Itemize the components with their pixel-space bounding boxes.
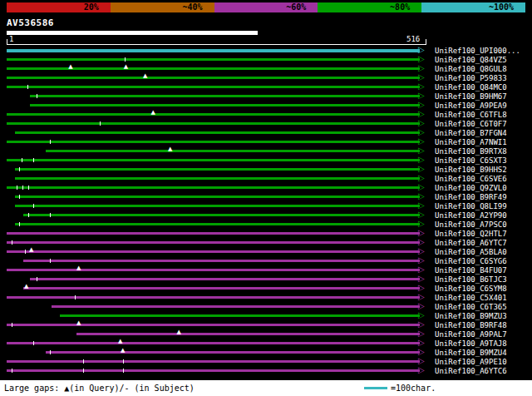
- alignment-hit-bar[interactable]: [76, 333, 420, 335]
- hit-arrow-icon: ▷: [418, 284, 425, 292]
- gap-tick: [17, 186, 17, 190]
- hit-label[interactable]: UniRef100_C6TFL8: [435, 111, 507, 119]
- hit-label[interactable]: UniRef100_Q2HTL7: [435, 230, 507, 238]
- hit-arrow-icon: ▷: [418, 92, 425, 100]
- hit-label[interactable]: UniRef100_C6SVE6: [435, 175, 507, 183]
- large-gap-triangle-icon: ▲: [76, 265, 81, 271]
- hit-label[interactable]: UniRef100_C6T365: [435, 303, 507, 311]
- gap-tick: [19, 222, 20, 226]
- hit-label[interactable]: UniRef100_A7PSC0: [435, 220, 507, 229]
- alignment-hit-bar[interactable]: [15, 196, 420, 198]
- gap-tick: [28, 186, 29, 190]
- alignment-hit-bar[interactable]: [7, 232, 420, 235]
- hit-label[interactable]: UniRef100_C6SXT3: [435, 156, 507, 165]
- hit-label[interactable]: UniRef100_A6YTC7: [435, 239, 507, 247]
- hit-arrow-icon: ▷: [418, 357, 425, 365]
- hit-label[interactable]: UniRef100_A6YTC6: [435, 367, 507, 375]
- alignment-hit-bar[interactable]: [15, 205, 420, 207]
- gap-tick: [25, 250, 26, 254]
- alignment-hit-bar[interactable]: [7, 113, 420, 116]
- hit-label[interactable]: UniRef100_A9PAL7: [435, 330, 507, 339]
- alignment-hit-bar[interactable]: [15, 168, 420, 171]
- hit-label[interactable]: UniRef100_B9RF49: [435, 193, 507, 201]
- large-gap-triangle-icon: ▲: [76, 320, 81, 326]
- alignment-hit-bar[interactable]: [7, 241, 420, 244]
- alignment-hit-bar[interactable]: [7, 324, 420, 326]
- alignment-hit-bar[interactable]: [7, 296, 420, 299]
- hit-label[interactable]: UniRef100_Q84MC0: [435, 83, 507, 92]
- alignment-hit-bar[interactable]: [7, 58, 420, 61]
- hit-label[interactable]: UniRef100_A2YP90: [435, 211, 507, 220]
- hit-label[interactable]: UniRef100_Q8LI99: [435, 202, 507, 210]
- legend-scale-line: [364, 387, 387, 389]
- hit-label[interactable]: UniRef100_A9PEA9: [435, 101, 507, 110]
- hit-label[interactable]: UniRef100_P59833: [435, 74, 507, 82]
- alignment-hit-bar[interactable]: [7, 250, 420, 253]
- alignment-hit-bar[interactable]: [23, 214, 420, 216]
- alignment-hit-bar[interactable]: [15, 177, 420, 180]
- alignment-hit-bar[interactable]: [7, 49, 420, 52]
- alignment-hit-bar[interactable]: [7, 159, 420, 161]
- large-gap-triangle-icon: ▲: [168, 146, 172, 152]
- hit-arrow-icon: ▷: [418, 46, 425, 54]
- hit-label[interactable]: UniRef100_A7NWI1: [435, 138, 507, 146]
- alignment-hit-bar[interactable]: [7, 369, 420, 372]
- alignment-hit-bar[interactable]: [7, 186, 420, 189]
- gap-tick: [37, 277, 37, 281]
- hit-label[interactable]: UniRef100_A9TAJ8: [435, 339, 507, 348]
- alignment-hit-bar[interactable]: [46, 150, 420, 152]
- alignment-hit-bar[interactable]: [23, 287, 420, 290]
- alignment-hit-bar[interactable]: [23, 260, 420, 262]
- hit-arrow-icon: ▷: [418, 101, 425, 109]
- large-gap-triangle-icon: ▲: [121, 348, 125, 354]
- gap-tick: [123, 359, 124, 364]
- hit-label[interactable]: UniRef100_Q84VZ5: [435, 56, 507, 64]
- alignment-hit-bar[interactable]: [15, 223, 420, 225]
- alignment-rows: ▷UniRef100_UPI000...▷UniRef100_Q84VZ5▷▲▲…: [0, 0, 532, 396]
- hit-label[interactable]: UniRef100_A9PE10: [435, 358, 507, 366]
- hit-label[interactable]: UniRef100_B9RTX8: [435, 147, 507, 156]
- alignment-hit-bar[interactable]: [7, 141, 420, 143]
- alignment-hit-bar[interactable]: [30, 95, 420, 97]
- hit-arrow-icon: ▷: [418, 137, 425, 146]
- hit-arrow-icon: ▷: [418, 229, 425, 237]
- alignment-overview: 20%~40%~60%~80%~100% AV536586 1 516 ▷Uni…: [0, 0, 532, 396]
- hit-label[interactable]: UniRef100_B9MZU3: [435, 312, 507, 320]
- hit-label[interactable]: UniRef100_B7FGN4: [435, 129, 507, 137]
- hit-arrow-icon: ▷: [418, 128, 425, 136]
- alignment-hit-bar[interactable]: [7, 269, 420, 271]
- hit-arrow-icon: ▷: [418, 201, 425, 210]
- hit-arrow-icon: ▷: [418, 146, 425, 155]
- hit-arrow-icon: ▷: [418, 256, 425, 265]
- hit-label[interactable]: UniRef100_Q8GUL8: [435, 65, 507, 73]
- hit-arrow-icon: ▷: [418, 293, 425, 301]
- hit-label[interactable]: UniRef100_Q9ZVL0: [435, 184, 507, 192]
- hit-label[interactable]: UniRef100_C6SYM8: [435, 285, 507, 293]
- hit-label[interactable]: UniRef100_B9MZU4: [435, 349, 507, 357]
- hit-label[interactable]: UniRef100_B9HHS2: [435, 166, 507, 174]
- alignment-hit-bar[interactable]: [30, 278, 420, 280]
- alignment-hit-bar[interactable]: [7, 77, 420, 79]
- hit-arrow-icon: ▷: [418, 320, 425, 329]
- hit-label[interactable]: UniRef100_B9HM67: [435, 92, 507, 101]
- alignment-hit-bar[interactable]: [7, 360, 420, 363]
- gap-tick: [50, 213, 51, 217]
- alignment-hit-bar[interactable]: [7, 122, 420, 125]
- hit-label[interactable]: UniRef100_B6TJC3: [435, 275, 507, 284]
- alignment-hit-bar[interactable]: [60, 314, 420, 317]
- alignment-hit-bar[interactable]: [52, 305, 420, 308]
- hit-label[interactable]: UniRef100_UPI000...: [435, 47, 520, 55]
- alignment-hit-bar[interactable]: [7, 86, 420, 88]
- hit-label[interactable]: UniRef100_C6SYG6: [435, 257, 507, 265]
- gap-tick: [33, 204, 34, 208]
- hit-label[interactable]: UniRef100_A5BLA0: [435, 248, 507, 256]
- alignment-hit-bar[interactable]: [15, 131, 420, 134]
- hit-arrow-icon: ▷: [418, 302, 425, 310]
- hit-label[interactable]: UniRef100_C6T0F7: [435, 120, 507, 128]
- hit-label[interactable]: UniRef100_C5X401: [435, 294, 507, 302]
- alignment-hit-bar[interactable]: [30, 104, 420, 106]
- hit-label[interactable]: UniRef100_B9RF48: [435, 321, 507, 329]
- alignment-hit-bar[interactable]: [46, 351, 420, 354]
- hit-label[interactable]: UniRef100_B4FU07: [435, 266, 507, 275]
- alignment-hit-bar[interactable]: [7, 342, 420, 344]
